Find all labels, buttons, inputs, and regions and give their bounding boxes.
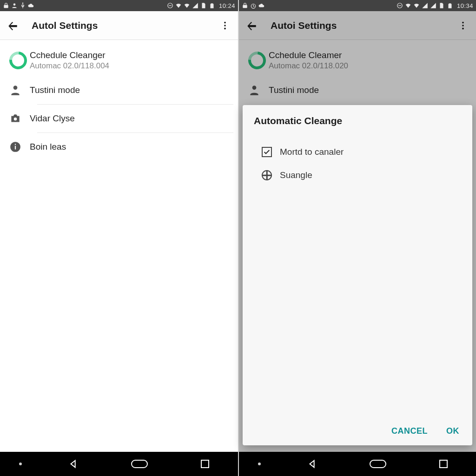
svg-point-7 bbox=[14, 118, 17, 121]
lock-icon bbox=[3, 2, 9, 9]
svg-rect-2 bbox=[169, 5, 172, 6]
dialog-option-suangle[interactable]: Suangle bbox=[250, 164, 465, 187]
list-item-title: Tustini mode bbox=[30, 85, 231, 95]
screenshot-left: 10:24 Autol Settings Cchedule Cleanger A… bbox=[0, 0, 238, 476]
list-item-tustini-mode[interactable]: Tustini mode bbox=[0, 76, 238, 104]
ring-progress-icon bbox=[9, 52, 30, 69]
list-item-schedule-cleanger[interactable]: Cchedule Cleanger Automac 02.0/118.004 bbox=[0, 45, 238, 76]
wifi-icon bbox=[405, 2, 411, 9]
dialog-actions: CANCEL OK bbox=[243, 421, 472, 445]
dnd-icon bbox=[397, 2, 403, 9]
nav-dot bbox=[258, 463, 261, 465]
status-bar: 10:24 bbox=[0, 0, 238, 11]
camera-icon bbox=[9, 112, 30, 125]
list-item-boin-leas[interactable]: Boin leas bbox=[0, 133, 238, 161]
app-bar: Autol Settings bbox=[0, 11, 238, 40]
navigation-bar bbox=[0, 452, 238, 476]
globe-icon bbox=[254, 170, 280, 180]
ok-button[interactable]: OK bbox=[446, 426, 459, 436]
list-item-title: Cchedule Cleanger bbox=[30, 50, 231, 60]
cell-signal-icon bbox=[192, 2, 198, 9]
dialog-option-label: Suangle bbox=[280, 170, 312, 180]
svg-rect-9 bbox=[15, 146, 16, 150]
overflow-menu-button[interactable] bbox=[218, 19, 231, 32]
list-item-subtitle: Automac 02.0/118.004 bbox=[30, 61, 231, 71]
nav-recent-button[interactable] bbox=[191, 456, 219, 472]
svg-point-4 bbox=[224, 25, 226, 26]
cancel-button[interactable]: CANCEL bbox=[391, 426, 428, 436]
battery-icon bbox=[209, 2, 215, 9]
cloud-icon bbox=[28, 2, 34, 9]
person-icon bbox=[9, 84, 30, 96]
cloud-icon bbox=[258, 2, 265, 9]
wifi-icon-2 bbox=[413, 2, 420, 9]
svg-rect-10 bbox=[15, 144, 16, 145]
info-icon bbox=[9, 141, 30, 153]
status-bar: 10:34 bbox=[239, 0, 476, 11]
sim-icon bbox=[438, 2, 445, 9]
navigation-bar bbox=[239, 452, 476, 476]
list-item-title: Boin leas bbox=[30, 142, 231, 152]
svg-rect-13 bbox=[398, 5, 401, 6]
lock-icon bbox=[242, 2, 248, 9]
status-clock: 10:34 bbox=[457, 2, 473, 9]
nav-back-button[interactable] bbox=[60, 456, 87, 472]
nav-back-button[interactable] bbox=[298, 456, 326, 472]
cell-signal-icon-2 bbox=[430, 2, 436, 9]
usb-icon bbox=[20, 2, 26, 9]
automatic-cleange-dialog: Automatic Cleange Mortd to canaler Suang… bbox=[243, 105, 472, 445]
dialog-option-label: Mortd to canaler bbox=[280, 147, 344, 157]
back-button[interactable] bbox=[7, 19, 20, 32]
status-clock: 10:24 bbox=[219, 2, 235, 9]
dialog-option-mortd-to-canaler[interactable]: Mortd to canaler bbox=[250, 140, 465, 164]
page-title: Autol Settings bbox=[32, 20, 218, 31]
screenshot-right: 10:34 Autoi Settings Cchedule Cleamer bbox=[238, 0, 476, 476]
nav-recent-button[interactable] bbox=[430, 456, 457, 472]
dialog-title: Automatic Cleange bbox=[243, 105, 472, 128]
dnd-icon bbox=[167, 2, 173, 9]
battery-icon bbox=[447, 2, 453, 9]
list-item-title: Vidar Clyse bbox=[30, 113, 231, 124]
checkbox-icon bbox=[254, 147, 280, 157]
svg-point-5 bbox=[224, 27, 226, 29]
wifi-icon-2 bbox=[184, 2, 190, 9]
nav-home-button[interactable] bbox=[364, 456, 392, 472]
settings-list: Cchedule Cleanger Automac 02.0/118.004 T… bbox=[0, 40, 238, 161]
list-item-vidar-clyse[interactable]: Vidar Clyse bbox=[0, 105, 238, 132]
wifi-icon bbox=[175, 2, 182, 9]
svg-point-0 bbox=[13, 3, 16, 6]
dialog-body: Mortd to canaler Suangle bbox=[243, 128, 472, 421]
svg-point-3 bbox=[224, 21, 226, 23]
nav-home-button[interactable] bbox=[126, 456, 153, 472]
timer-icon bbox=[250, 2, 257, 9]
person-icon bbox=[11, 2, 18, 9]
cell-signal-icon bbox=[422, 2, 428, 9]
nav-dot bbox=[19, 463, 22, 465]
svg-point-6 bbox=[13, 86, 18, 90]
sim-icon bbox=[200, 2, 207, 9]
